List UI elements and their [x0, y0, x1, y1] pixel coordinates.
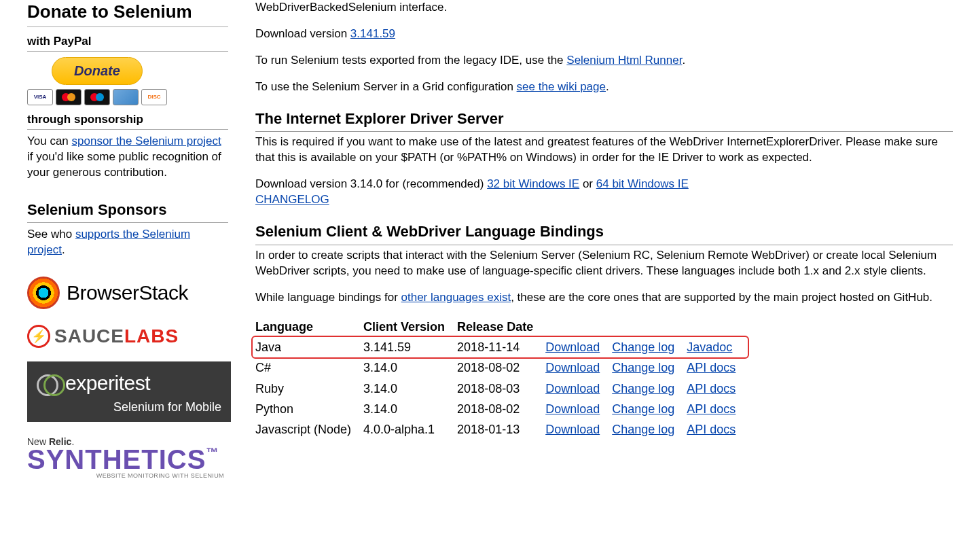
discover-icon: DISC [141, 89, 167, 105]
changelog-link[interactable]: Change log [612, 382, 674, 395]
grid-wiki-link[interactable]: see the wiki page [517, 80, 606, 93]
synthetics-logo[interactable]: New Relic. SYNTHETICS™ WEBSITE MONITORIN… [27, 436, 228, 480]
bindings-table: Language Client Version Release Date Jav… [255, 317, 748, 440]
saucelabs-icon: ⚡ [27, 325, 50, 348]
apidocs-link[interactable]: API docs [687, 423, 736, 436]
download-paragraph: Download version 3.141.59 [255, 26, 953, 42]
cell-date: 2018-08-02 [457, 399, 545, 419]
download-version-link[interactable]: 3.141.59 [350, 27, 395, 40]
cell-language: Javascript (Node) [255, 419, 363, 440]
cell-language: C# [255, 357, 363, 378]
ie-driver-heading: The Internet Explorer Driver Server [255, 109, 953, 132]
sponsor-project-link[interactable]: sponsor the Selenium project [72, 135, 221, 147]
html-runner-link[interactable]: Selenium Html Runner [566, 54, 682, 67]
changelog-link[interactable]: Change log [612, 340, 674, 354]
download-link[interactable]: Download [545, 361, 600, 374]
apidocs-link[interactable]: API docs [687, 382, 736, 395]
intro-tail: WebDriverBackedSelenium interface. [255, 0, 953, 16]
cell-version: 3.14.0 [363, 399, 457, 419]
experitest-subtitle: Selenium for Mobile [37, 399, 221, 415]
cell-language: Python [255, 399, 363, 419]
cell-version: 3.14.0 [363, 378, 457, 399]
legacy-ide-paragraph: To run Selenium tests exported from the … [255, 53, 953, 69]
other-languages-link[interactable]: other languages exist [401, 291, 511, 304]
table-row: Javascript (Node)4.0.0-alpha.12018-01-13… [255, 419, 748, 440]
table-row: C#3.14.02018-08-02DownloadChange logAPI … [255, 357, 748, 378]
experitest-icon [37, 371, 61, 395]
ie-download-paragraph: Download version 3.14.0 for (recommended… [255, 177, 953, 208]
ie-changelog-link[interactable]: CHANGELOG [255, 193, 329, 206]
download-link[interactable]: Download [545, 423, 600, 436]
browserstack-logo[interactable]: BrowserStack [27, 270, 228, 315]
main-content: WebDriverBackedSelenium interface. Downl… [244, 0, 953, 480]
ie-32bit-link[interactable]: 32 bit Windows IE [487, 177, 579, 190]
saucelabs-logo[interactable]: ⚡ SAUCELABS [27, 323, 228, 349]
payment-card-row: VISA DISC [27, 89, 228, 105]
cell-date: 2018-01-13 [457, 419, 545, 440]
browserstack-text: BrowserStack [67, 279, 188, 307]
sponsors-heading: Selenium Sponsors [27, 200, 228, 224]
changelog-link[interactable]: Change log [612, 361, 674, 374]
cell-date: 2018-08-03 [457, 378, 545, 399]
saucelabs-text: SAUCELABS [54, 323, 179, 349]
paypal-subheading: with PayPal [27, 34, 228, 52]
donate-heading: Donate to Selenium [27, 0, 228, 27]
cell-date: 2018-11-14 [457, 337, 545, 357]
table-row: Java3.141.592018-11-14DownloadChange log… [255, 337, 748, 357]
apidocs-link[interactable]: API docs [687, 361, 736, 374]
cell-version: 4.0.0-alpha.1 [363, 419, 457, 440]
bindings-other-paragraph: While language bindings for other langua… [255, 290, 953, 306]
visa-card-icon: VISA [27, 89, 53, 105]
bindings-heading: Selenium Client & WebDriver Language Bin… [255, 222, 953, 245]
col-release-date: Release Date [457, 317, 545, 337]
cell-date: 2018-08-02 [457, 357, 545, 378]
amex-icon [113, 89, 139, 105]
col-version: Client Version [363, 317, 457, 337]
experitest-text: experitest [65, 370, 150, 397]
sponsorship-subheading: through sponsorship [27, 112, 228, 130]
cell-version: 3.14.0 [363, 357, 457, 378]
browserstack-icon [27, 277, 60, 309]
grid-paragraph: To use the Selenium Server in a Grid con… [255, 79, 953, 95]
table-row: Python3.14.02018-08-02DownloadChange log… [255, 399, 748, 419]
sponsorship-text: You can sponsor the Selenium project if … [27, 134, 228, 181]
download-link[interactable]: Download [545, 382, 600, 395]
cell-language: Java [255, 337, 363, 357]
sponsors-text: See who supports the Selenium project. [27, 227, 228, 258]
experitest-logo[interactable]: experitest Selenium for Mobile [27, 361, 231, 422]
apidocs-link[interactable]: API docs [687, 402, 736, 416]
mastercard-icon [56, 89, 81, 105]
donate-button[interactable]: Donate [52, 57, 143, 85]
synthetics-text: SYNTHETICS™ [27, 447, 228, 472]
download-link[interactable]: Download [545, 340, 600, 354]
sidebar: Donate to Selenium with PayPal Donate VI… [27, 0, 244, 480]
table-header-row: Language Client Version Release Date [255, 317, 748, 337]
cell-version: 3.141.59 [363, 337, 457, 357]
ie-64bit-link[interactable]: 64 bit Windows IE [596, 177, 689, 190]
maestro-icon [84, 89, 110, 105]
cell-language: Ruby [255, 378, 363, 399]
table-row: Ruby3.14.02018-08-03DownloadChange logAP… [255, 378, 748, 399]
col-language: Language [255, 317, 363, 337]
download-link[interactable]: Download [545, 402, 600, 416]
changelog-link[interactable]: Change log [612, 402, 674, 416]
apidocs-link[interactable]: Javadoc [687, 340, 732, 354]
bindings-body: In order to create scripts that interact… [255, 248, 953, 279]
ie-driver-body: This is required if you want to make use… [255, 135, 953, 166]
changelog-link[interactable]: Change log [612, 423, 674, 436]
